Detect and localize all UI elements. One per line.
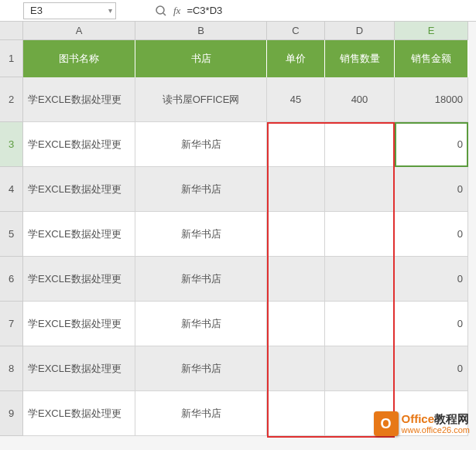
cell[interactable]: 学EXCLE数据处理更 [23, 122, 135, 167]
cell[interactable] [325, 167, 395, 212]
row-header-9[interactable]: 9 [0, 391, 23, 436]
table-row: 学EXCLE数据处理更 新华书店 0 [23, 122, 468, 167]
cell[interactable]: 学EXCLE数据处理更 [23, 302, 135, 346]
cell[interactable] [267, 302, 325, 346]
cell[interactable]: 18000 [395, 77, 468, 122]
fx-icon[interactable]: fx [173, 5, 180, 17]
cell[interactable]: 0 [395, 212, 468, 257]
formula-area: fx [155, 5, 341, 17]
column-header-d[interactable]: D [325, 22, 395, 40]
cell[interactable]: 新华书店 [135, 122, 267, 167]
spreadsheet-grid: 图书名称 书店 单价 销售数量 销售金额 学EXCLE数据处理更 读书屋OFFI… [23, 40, 468, 436]
table-row: 学EXCLE数据处理更 新华书店 0 [23, 346, 468, 391]
cell[interactable]: 学EXCLE数据处理更 [23, 77, 135, 122]
row-headers: 1 2 3 4 5 6 7 8 9 [0, 40, 23, 436]
cell[interactable]: 0 [395, 167, 468, 212]
cell[interactable]: 学EXCLE数据处理更 [23, 167, 135, 212]
row-header-8[interactable]: 8 [0, 346, 23, 391]
cell[interactable]: 新华书店 [135, 302, 267, 346]
row-header-5[interactable]: 5 [0, 212, 23, 257]
cell[interactable]: 新华书店 [135, 391, 267, 436]
select-all-corner[interactable] [0, 22, 23, 40]
svg-point-0 [156, 6, 164, 14]
cell-reference-box[interactable]: E3 ▾ [23, 2, 116, 19]
cell[interactable]: 45 [267, 77, 325, 122]
cell[interactable]: 新华书店 [135, 167, 267, 212]
cell[interactable] [325, 257, 395, 302]
watermark-badge-icon: O [374, 411, 399, 436]
watermark-title-cn: 教程网 [434, 412, 469, 425]
svg-line-1 [163, 13, 166, 15]
header-book-name[interactable]: 图书名称 [23, 40, 135, 77]
zoom-lens-icon[interactable] [155, 5, 167, 17]
cell[interactable] [267, 212, 325, 257]
table-row: 学EXCLE数据处理更 新华书店 0 [23, 257, 468, 302]
formula-bar: E3 ▾ fx [0, 0, 476, 22]
column-header-e[interactable]: E [395, 22, 468, 40]
row-header-7[interactable]: 7 [0, 302, 23, 346]
column-headers: A B C D E [23, 22, 468, 40]
cell[interactable]: 0 [395, 302, 468, 346]
cell[interactable]: 读书屋OFFICE网 [135, 77, 267, 122]
cell[interactable] [267, 346, 325, 391]
watermark-title-en: Office [402, 412, 435, 425]
watermark: O Office教程网 www.office26.com [374, 411, 470, 436]
table-row: 学EXCLE数据处理更 新华书店 0 [23, 212, 468, 257]
header-price[interactable]: 单价 [267, 40, 325, 77]
header-amount[interactable]: 销售金额 [395, 40, 468, 77]
column-header-b[interactable]: B [135, 22, 267, 40]
cell[interactable]: 新华书店 [135, 212, 267, 257]
cell-reference-value: E3 [30, 5, 43, 16]
chevron-down-icon[interactable]: ▾ [108, 6, 112, 15]
table-row: 学EXCLE数据处理更 读书屋OFFICE网 45 400 18000 [23, 77, 468, 122]
row-header-4[interactable]: 4 [0, 167, 23, 212]
cell[interactable]: 新华书店 [135, 346, 267, 391]
cell[interactable]: 学EXCLE数据处理更 [23, 212, 135, 257]
row-header-2[interactable]: 2 [0, 77, 23, 122]
row-header-3[interactable]: 3 [0, 122, 23, 167]
row-header-6[interactable]: 6 [0, 257, 23, 302]
header-store[interactable]: 书店 [135, 40, 267, 77]
cell[interactable]: 学EXCLE数据处理更 [23, 257, 135, 302]
cell[interactable]: 新华书店 [135, 257, 267, 302]
cell[interactable] [325, 212, 395, 257]
cell[interactable]: 0 [395, 346, 468, 391]
cell[interactable]: 400 [325, 77, 395, 122]
cell[interactable] [267, 391, 325, 436]
column-header-a[interactable]: A [23, 22, 135, 40]
row-header-1[interactable]: 1 [0, 40, 23, 77]
cell[interactable] [267, 122, 325, 167]
table-row: 学EXCLE数据处理更 新华书店 0 [23, 302, 468, 346]
cell[interactable] [267, 167, 325, 212]
table-header-row: 图书名称 书店 单价 销售数量 销售金额 [23, 40, 468, 77]
cell[interactable] [325, 302, 395, 346]
cell[interactable] [325, 346, 395, 391]
active-cell[interactable]: 0 [395, 122, 468, 167]
cell[interactable]: 学EXCLE数据处理更 [23, 346, 135, 391]
formula-input[interactable] [187, 5, 341, 16]
header-quantity[interactable]: 销售数量 [325, 40, 395, 77]
watermark-text: Office教程网 www.office26.com [402, 413, 470, 435]
cell[interactable]: 学EXCLE数据处理更 [23, 391, 135, 436]
cell[interactable] [325, 122, 395, 167]
cell[interactable] [267, 257, 325, 302]
cell[interactable]: 0 [395, 257, 468, 302]
column-header-c[interactable]: C [267, 22, 325, 40]
table-row: 学EXCLE数据处理更 新华书店 0 [23, 167, 468, 212]
watermark-url: www.office26.com [402, 425, 470, 435]
